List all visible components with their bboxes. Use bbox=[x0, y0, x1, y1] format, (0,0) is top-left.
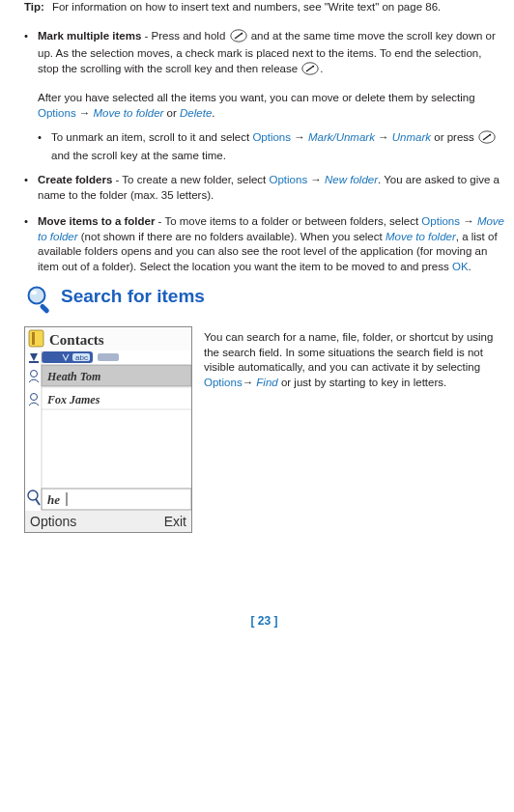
magnifier-icon bbox=[24, 284, 55, 319]
svg-rect-15 bbox=[32, 332, 35, 345]
options-link: Options bbox=[421, 215, 460, 227]
mark-text2a: After you have selected all the items yo… bbox=[38, 92, 475, 103]
bullet-mark-items: Mark multiple items - Press and hold and… bbox=[24, 29, 504, 80]
arrow: → bbox=[243, 377, 257, 388]
screenshot-row2: Fox James bbox=[46, 393, 100, 406]
abc-indicator: abc bbox=[75, 353, 88, 362]
page-number: [ 23 ] bbox=[24, 614, 504, 628]
svg-point-9 bbox=[29, 288, 45, 304]
svg-rect-11 bbox=[39, 303, 49, 314]
period: . bbox=[469, 261, 471, 272]
svg-line-4 bbox=[306, 66, 314, 71]
move-texta: - To move items to a folder or between f… bbox=[155, 215, 421, 227]
arrow: → bbox=[460, 215, 477, 227]
create-texta: - To create a new folder, select bbox=[112, 174, 269, 185]
svg-rect-27 bbox=[42, 489, 191, 510]
ok-link: OK bbox=[452, 261, 469, 272]
new-folder-link: New folder bbox=[325, 174, 378, 185]
delete-link: Delete bbox=[180, 107, 212, 119]
mark-text1c: . bbox=[320, 63, 323, 74]
search-heading: Search for items bbox=[61, 286, 205, 307]
svg-rect-19 bbox=[98, 353, 119, 361]
mark-heading: Mark multiple items bbox=[38, 30, 141, 42]
section-search-heading-row: Search for items bbox=[24, 286, 504, 319]
tip-text: For information on how to insert text an… bbox=[52, 0, 504, 15]
bullet-move-items: Move items to a folder - To move items t… bbox=[24, 214, 504, 274]
screenshot-left-softkey: Options bbox=[30, 514, 76, 529]
options-link: Options bbox=[204, 377, 243, 388]
svg-point-10 bbox=[31, 291, 37, 294]
arrow: → bbox=[291, 131, 308, 143]
arrow: → bbox=[76, 107, 94, 119]
svg-line-7 bbox=[483, 134, 491, 140]
move-folder-link: Move to folder bbox=[94, 107, 164, 119]
mark-text1a: - Press and hold bbox=[141, 30, 228, 42]
unmark-a: To unmark an item, scroll to it and sele… bbox=[51, 131, 252, 143]
svg-rect-21 bbox=[29, 361, 39, 363]
search-paragraph: You can search for a name, file, folder,… bbox=[204, 326, 504, 390]
options-link: Options bbox=[252, 131, 291, 143]
arrow: → bbox=[375, 131, 392, 143]
unmark-b: or press bbox=[431, 131, 477, 143]
mark-unmark-link: Mark/Unmark bbox=[308, 131, 375, 143]
move-textb: (not shown if there are no folders avail… bbox=[78, 231, 386, 242]
tip-block: Tip: For information on how to insert te… bbox=[24, 0, 504, 15]
search-block: Contacts abc Heath Tom Fox James bbox=[24, 326, 504, 537]
move-heading: Move items to a folder bbox=[38, 215, 155, 227]
screenshot-search: he bbox=[47, 492, 60, 507]
screenshot-row1: Heath Tom bbox=[46, 370, 100, 383]
move-folder-link: Move to folder bbox=[386, 231, 456, 242]
search-texta: You can search for a name, file, folder,… bbox=[204, 331, 493, 373]
period: . bbox=[212, 107, 214, 119]
svg-rect-14 bbox=[29, 330, 43, 347]
screenshot-title: Contacts bbox=[49, 332, 104, 348]
bullet-create-folders: Create folders - To create a new folder,… bbox=[24, 173, 504, 203]
options-link: Options bbox=[270, 174, 308, 185]
mark-continuation: After you have selected all the items yo… bbox=[24, 91, 504, 121]
arrow: → bbox=[307, 174, 325, 185]
unmark-link: Unmark bbox=[392, 131, 431, 143]
bullet-unmark: To unmark an item, scroll to it and sele… bbox=[24, 130, 504, 163]
search-textb: or just by starting to key in letters. bbox=[278, 377, 447, 388]
edit-key-icon bbox=[478, 130, 496, 149]
unmark-c: and the scroll key at the same time. bbox=[51, 150, 226, 161]
svg-point-23 bbox=[31, 371, 38, 378]
phone-screenshot: Contacts abc Heath Tom Fox James bbox=[24, 326, 192, 537]
screenshot-right-softkey: Exit bbox=[164, 514, 186, 529]
edit-key-icon bbox=[230, 29, 247, 47]
svg-point-24 bbox=[31, 394, 38, 401]
tip-label: Tip: bbox=[24, 0, 44, 15]
edit-key-icon bbox=[301, 62, 319, 80]
create-heading: Create folders bbox=[38, 174, 112, 185]
find-link: Find bbox=[256, 377, 277, 388]
or-text: or bbox=[163, 107, 180, 119]
svg-line-1 bbox=[235, 33, 243, 39]
options-link: Options bbox=[38, 107, 76, 119]
